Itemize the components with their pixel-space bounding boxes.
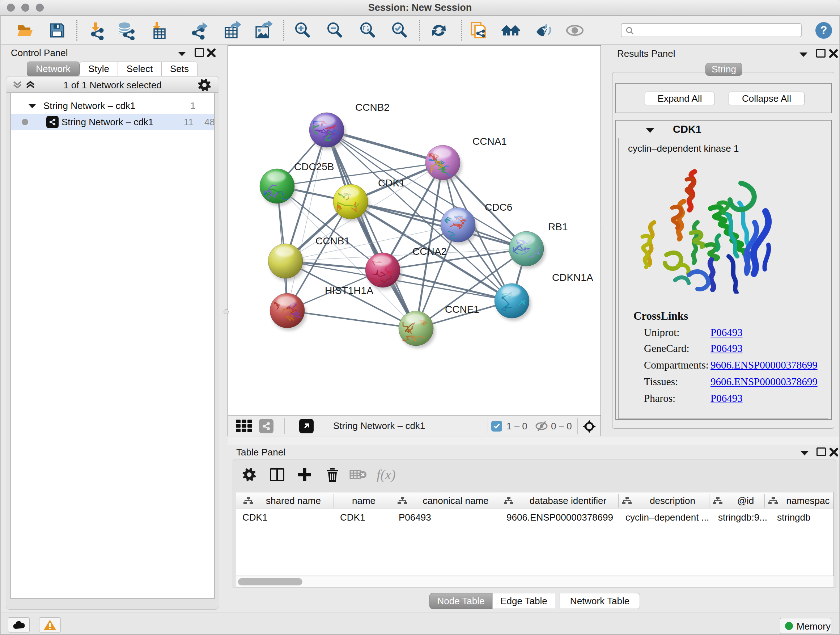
svg-text:CCNA2: CCNA2 [412, 246, 447, 257]
svg-text:CCNB1: CCNB1 [316, 235, 350, 247]
svg-text:CDC6: CDC6 [485, 202, 512, 213]
svg-text:CDKN1A: CDKN1A [552, 272, 593, 283]
svg-text:HIST1H1A: HIST1H1A [325, 285, 373, 296]
svg-text:CCNB2: CCNB2 [355, 102, 390, 113]
svg-text:CCNE1: CCNE1 [445, 304, 479, 315]
svg-text:CDK1: CDK1 [378, 177, 405, 188]
svg-text:CDC25B: CDC25B [294, 161, 334, 172]
svg-text:RB1: RB1 [548, 221, 568, 233]
svg-text:CCNA1: CCNA1 [472, 136, 507, 147]
